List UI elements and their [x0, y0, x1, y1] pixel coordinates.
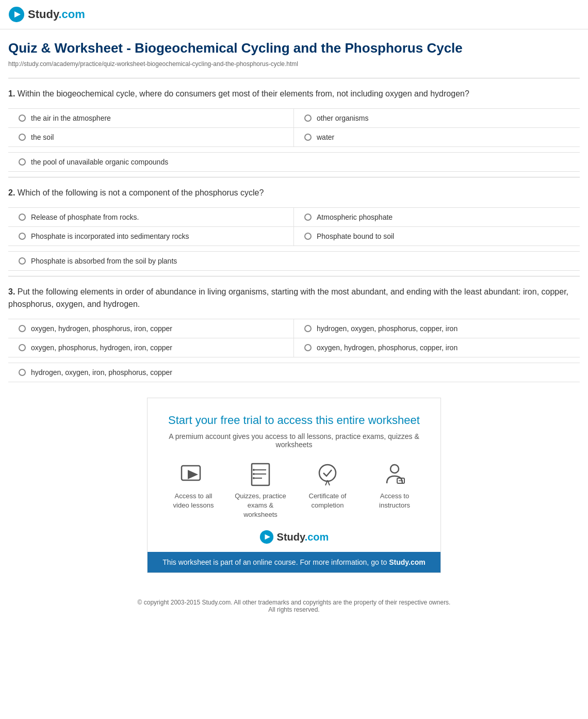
promo-logo-icon — [259, 530, 274, 544]
studycom-logo-icon — [8, 6, 25, 23]
q3-radio-c[interactable] — [19, 344, 26, 351]
section-divider-q3 — [8, 276, 580, 276]
q1-radio-d[interactable] — [304, 134, 312, 141]
question-1-number: 1. — [8, 89, 15, 98]
instructor-icon — [382, 462, 407, 487]
q3-radio-e[interactable] — [19, 369, 26, 376]
q2-label-e: Phosphate is absorbed from the soil by p… — [31, 257, 177, 265]
footer-line1: © copyright 2003-2015 Study.com. All oth… — [19, 599, 569, 606]
q1-radio-c[interactable] — [19, 134, 26, 141]
feature-quiz-label: Quizzes, practice exams & worksheets — [235, 492, 286, 520]
q1-option-b[interactable]: other organisms — [294, 108, 580, 127]
quiz-icon — [248, 462, 273, 487]
logo: Study.com — [8, 6, 85, 23]
svg-marker-3 — [188, 470, 198, 479]
question-1-text: 1. Within the biogeochemical cycle, wher… — [8, 88, 580, 100]
question-2-options: Release of phosphate from rocks. Atmosph… — [8, 207, 580, 246]
svg-point-11 — [319, 465, 336, 481]
q1-label-d: water — [317, 133, 334, 141]
footer: © copyright 2003-2015 Study.com. All oth… — [8, 589, 580, 624]
promo-subtitle: A premium account gives you access to al… — [158, 432, 430, 449]
page-url: http://study.com/academy/practice/quiz-w… — [8, 60, 580, 68]
question-2-text: 2. Which of the following is not a compo… — [8, 187, 580, 199]
q3-label-a: oxygen, hydrogen, phosphorus, iron, copp… — [31, 324, 172, 333]
q3-radio-b[interactable] — [304, 325, 312, 332]
question-3-text: 3. Put the following elements in order o… — [8, 286, 580, 311]
question-1-options: the air in the atmosphere other organism… — [8, 108, 580, 147]
q2-radio-c[interactable] — [19, 233, 26, 240]
q2-option-d[interactable]: Phosphate bound to soil — [294, 226, 580, 246]
q1-label-e: the pool of unavailable organic compound… — [31, 158, 168, 166]
feature-instructor: Access to instructors — [369, 462, 420, 520]
q3-option-e[interactable]: hydrogen, oxygen, iron, phosphorus, copp… — [8, 363, 580, 382]
q2-radio-a[interactable] — [19, 214, 26, 221]
q3-label-b: hydrogen, oxygen, phosphorus, copper, ir… — [317, 324, 458, 333]
q3-option-d[interactable]: oxygen, hydrogen, phosphorus, copper, ir… — [294, 338, 580, 357]
feature-video-label: Access to all video lessons — [168, 492, 219, 510]
q3-label-e: hydrogen, oxygen, iron, phosphorus, copp… — [31, 368, 172, 377]
q3-label-c: oxygen, phosphorus, hydrogen, iron, copp… — [31, 344, 172, 352]
q3-option-a[interactable]: oxygen, hydrogen, phosphorus, iron, copp… — [8, 319, 294, 338]
svg-point-10 — [253, 477, 255, 479]
q3-option-c[interactable]: oxygen, phosphorus, hydrogen, iron, copp… — [8, 338, 294, 357]
q3-option-b[interactable]: hydrogen, oxygen, phosphorus, copper, ir… — [294, 319, 580, 338]
svg-point-9 — [253, 473, 255, 475]
q2-label-c: Phosphate is incorporated into sedimenta… — [31, 232, 189, 240]
q2-label-b: Atmospheric phosphate — [317, 213, 393, 221]
q1-radio-e[interactable] — [19, 158, 26, 166]
feature-video: Access to all video lessons — [168, 462, 219, 520]
q2-radio-e[interactable] — [19, 257, 26, 265]
question-1: 1. Within the biogeochemical cycle, wher… — [8, 88, 580, 172]
promo-box: Start your free trial to access this ent… — [147, 398, 441, 574]
question-2-number: 2. — [8, 188, 15, 197]
q1-label-c: the soil — [31, 133, 54, 141]
promo-features: Access to all video lessons Quizzes, pra… — [158, 462, 430, 520]
question-2: 2. Which of the following is not a compo… — [8, 187, 580, 271]
q3-radio-a[interactable] — [19, 325, 26, 332]
promo-cta-bar: This worksheet is part of an online cour… — [148, 552, 440, 573]
promo-logo: Study.com — [158, 530, 430, 544]
q2-radio-b[interactable] — [304, 214, 312, 221]
logo-text: Study.com — [28, 8, 85, 21]
q2-option-c[interactable]: Phosphate is incorporated into sedimenta… — [8, 226, 294, 246]
page-title: Quiz & Worksheet - Biogeochemical Cyclin… — [8, 40, 580, 57]
section-divider-top — [8, 78, 580, 78]
question-3: 3. Put the following elements in order o… — [8, 286, 580, 382]
q1-option-c[interactable]: the soil — [8, 127, 294, 146]
q1-label-b: other organisms — [317, 114, 368, 122]
main-content: Quiz & Worksheet - Biogeochemical Cyclin… — [0, 29, 588, 624]
header: Study.com — [0, 0, 588, 29]
promo-cta-text: This worksheet is part of an online cour… — [162, 558, 389, 566]
question-3-options: oxygen, hydrogen, phosphorus, iron, copp… — [8, 319, 580, 357]
promo-logo-text: Study.com — [277, 531, 329, 543]
q2-label-d: Phosphate bound to soil — [317, 232, 394, 240]
q1-label-a: the air in the atmosphere — [31, 114, 111, 122]
feature-quiz: Quizzes, practice exams & worksheets — [235, 462, 286, 520]
promo-title: Start your free trial to access this ent… — [158, 414, 430, 427]
certificate-icon — [315, 462, 340, 487]
question-3-number: 3. — [8, 287, 15, 296]
q1-radio-a[interactable] — [19, 115, 26, 122]
footer-line2: All rights reserved. — [19, 606, 569, 613]
section-divider-q2 — [8, 177, 580, 177]
q2-label-a: Release of phosphate from rocks. — [31, 213, 139, 221]
svg-point-8 — [253, 469, 255, 471]
q2-option-e[interactable]: Phosphate is absorbed from the soil by p… — [8, 251, 580, 271]
q1-option-d[interactable]: water — [294, 127, 580, 146]
q2-option-a[interactable]: Release of phosphate from rocks. — [8, 207, 294, 226]
q1-radio-b[interactable] — [304, 115, 312, 122]
promo-cta-link[interactable]: Study.com — [389, 558, 426, 566]
video-icon — [181, 462, 206, 487]
feature-certificate-label: Certificate of completion — [302, 492, 353, 510]
svg-point-14 — [390, 465, 399, 473]
feature-certificate: Certificate of completion — [302, 462, 353, 520]
q3-label-d: oxygen, hydrogen, phosphorus, copper, ir… — [317, 344, 458, 352]
feature-instructor-label: Access to instructors — [369, 492, 420, 510]
q3-radio-d[interactable] — [304, 344, 312, 351]
q1-option-e[interactable]: the pool of unavailable organic compound… — [8, 152, 580, 172]
q1-option-a[interactable]: the air in the atmosphere — [8, 108, 294, 127]
q2-radio-d[interactable] — [304, 233, 312, 240]
q2-option-b[interactable]: Atmospheric phosphate — [294, 207, 580, 226]
